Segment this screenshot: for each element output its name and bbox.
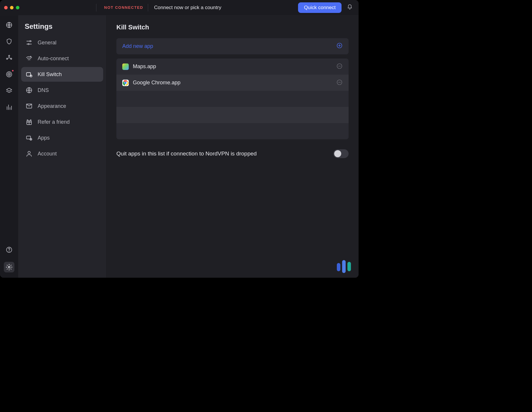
rail-radar-badge <box>11 69 14 72</box>
sidebar-item-label: DNS <box>38 87 49 93</box>
svg-point-5 <box>6 72 12 77</box>
plus-circle-icon <box>336 42 343 50</box>
svg-point-24 <box>124 82 126 84</box>
sidebar-title: Settings <box>25 22 103 31</box>
app-name: Maps.app <box>133 63 332 70</box>
sidebar-item-apps[interactable]: Apps <box>21 130 103 145</box>
svg-point-10 <box>8 266 10 268</box>
dns-icon <box>25 87 33 94</box>
connection-status: NOT CONNECTED <box>96 4 148 11</box>
svg-point-9 <box>9 251 9 251</box>
app-list: Maps.app <box>116 58 349 139</box>
app-row-empty <box>116 107 349 123</box>
rail-radar-icon[interactable] <box>5 70 14 79</box>
sidebar-item-refer[interactable]: Refer a friend <box>21 115 103 129</box>
rail-layers-icon[interactable] <box>5 86 14 95</box>
sidebar-item-dns[interactable]: DNS <box>21 83 103 98</box>
add-new-app-button[interactable]: Add new app <box>116 38 349 54</box>
rail-stats-icon[interactable] <box>5 103 14 112</box>
sidebar-item-label: Appearance <box>38 103 66 109</box>
svg-point-11 <box>30 41 31 42</box>
svg-point-12 <box>28 43 29 45</box>
rail-help-icon[interactable] <box>5 245 14 254</box>
app-row-empty <box>116 91 349 107</box>
notifications-icon[interactable] <box>345 4 354 11</box>
rail-mesh-icon[interactable] <box>5 53 14 62</box>
settings-sidebar: Settings General Auto-connect Kill Switc… <box>18 15 106 278</box>
sidebar-item-label: Account <box>38 151 57 157</box>
app-name: Google Chrome.app <box>133 80 332 86</box>
sidebar-item-label: Kill Switch <box>38 71 62 78</box>
remove-app-button[interactable] <box>336 63 343 71</box>
svg-point-6 <box>8 73 11 76</box>
app-row: Google Chrome.app <box>116 75 349 91</box>
svg-point-7 <box>9 74 10 75</box>
search-input[interactable]: Connect now or pick a country <box>154 5 221 11</box>
brand-logo <box>337 260 351 271</box>
kill-switch-toggle[interactable] <box>333 149 349 158</box>
title-bar: NOT CONNECTED Connect now or pick a coun… <box>0 0 359 15</box>
connection-status-label: NOT CONNECTED <box>104 5 143 10</box>
toggle-knob <box>334 150 341 157</box>
window-controls <box>4 6 19 9</box>
sidebar-item-general[interactable]: General <box>21 35 103 50</box>
rail-settings-icon[interactable] <box>4 262 14 272</box>
sliders-icon <box>25 39 33 46</box>
app-icon-maps <box>122 63 129 70</box>
toggle-description: Quit apps in this list if connection to … <box>116 150 257 157</box>
sidebar-item-label: Refer a friend <box>38 119 70 125</box>
main-content: Kill Switch Add new app Maps.app <box>106 15 359 278</box>
appearance-icon <box>25 103 33 110</box>
sidebar-item-account[interactable]: Account <box>21 146 103 161</box>
close-window-button[interactable] <box>4 6 8 9</box>
wifi-auto-icon <box>25 55 33 62</box>
svg-point-20 <box>28 151 30 154</box>
quick-connect-button[interactable]: Quick connect <box>298 2 342 13</box>
app-row-empty <box>116 123 349 139</box>
sidebar-item-label: Apps <box>38 135 50 141</box>
sidebar-item-auto-connect[interactable]: Auto-connect <box>21 51 103 66</box>
gift-icon <box>25 118 33 125</box>
apps-icon <box>25 134 33 141</box>
sidebar-item-label: Auto-connect <box>38 56 69 62</box>
page-title: Kill Switch <box>116 24 349 31</box>
add-new-app-label: Add new app <box>122 43 153 49</box>
kill-switch-toggle-row: Quit apps in this list if connection to … <box>116 149 349 158</box>
sidebar-item-appearance[interactable]: Appearance <box>21 99 103 113</box>
app-icon-chrome <box>122 80 129 86</box>
app-window: NOT CONNECTED Connect now or pick a coun… <box>0 0 359 278</box>
fullscreen-window-button[interactable] <box>16 6 19 9</box>
sidebar-item-label: General <box>38 40 56 46</box>
kill-switch-icon <box>25 71 33 78</box>
nav-rail <box>0 15 18 278</box>
app-row: Maps.app <box>116 58 349 75</box>
sidebar-item-kill-switch[interactable]: Kill Switch <box>21 67 103 82</box>
remove-app-button[interactable] <box>336 79 343 87</box>
account-icon <box>25 150 33 157</box>
rail-shield-icon[interactable] <box>5 37 14 46</box>
rail-globe-icon[interactable] <box>5 21 14 29</box>
minimize-window-button[interactable] <box>10 6 14 9</box>
